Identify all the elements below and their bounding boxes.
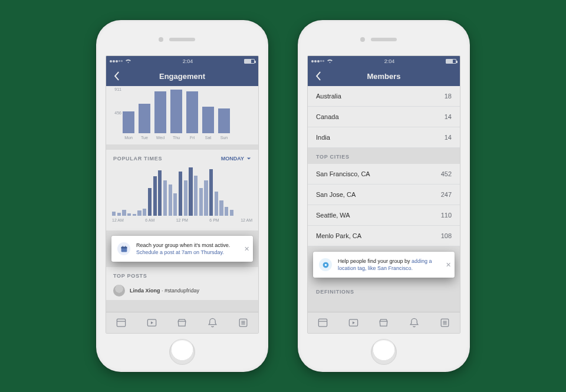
x-label: 6 AM (145, 218, 154, 222)
x-label: Mon (123, 136, 134, 140)
x-label: 12 AM (241, 218, 252, 222)
tab-watch[interactable] (144, 316, 159, 330)
bar (204, 180, 208, 216)
bar (173, 193, 177, 216)
bar (143, 209, 146, 216)
status-time: 2:04 (384, 58, 395, 64)
svg-rect-2 (122, 246, 123, 248)
home-button[interactable] (169, 339, 195, 365)
svg-rect-4 (117, 319, 126, 327)
status-time: 2:04 (183, 58, 193, 64)
tip-dismiss[interactable]: ✕ (446, 261, 451, 269)
list-row[interactable]: Australia18 (308, 86, 460, 107)
popular-times-header-row: POPULAR TIMES MONDAY (106, 150, 258, 167)
svg-rect-3 (125, 246, 126, 248)
list-row[interactable]: San Francisco, CA452 (308, 164, 460, 185)
tab-market[interactable] (377, 316, 391, 330)
phone-speaker (371, 38, 397, 41)
bar (137, 210, 141, 216)
phone-left: 2:04 Engagement 911 456 MonTueWedThuFriS… (96, 20, 268, 372)
row-label: Canada (316, 113, 339, 120)
back-button[interactable] (106, 71, 126, 81)
row-label: Menlo Park, CA (316, 232, 361, 239)
bar (123, 111, 134, 133)
tip-dismiss[interactable]: ✕ (244, 245, 249, 253)
list-row[interactable]: Seattle, WA110 (308, 205, 460, 226)
battery-icon (244, 59, 255, 64)
bar (218, 108, 230, 133)
tab-feed[interactable] (114, 316, 129, 330)
home-button[interactable] (371, 339, 397, 365)
bar (179, 172, 182, 216)
bar (154, 91, 166, 133)
bar (148, 188, 152, 216)
row-count: 452 (441, 170, 452, 177)
content-members: Australia18Canada14India14 TOP CITIES Sa… (308, 86, 460, 312)
bar (163, 180, 167, 216)
row-label: Seattle, WA (316, 212, 350, 219)
x-label: Sat (202, 136, 214, 140)
bar (133, 214, 136, 216)
status-bar: 2:04 (106, 56, 258, 66)
location-pin-icon (319, 258, 332, 271)
phone-speaker (169, 38, 195, 41)
bar (127, 213, 131, 216)
chart-bars (123, 90, 252, 133)
tip-add-location[interactable]: Help people find your group by adding a … (313, 252, 455, 278)
section-label: POPULAR TIMES (113, 156, 162, 162)
bar (230, 210, 233, 216)
screen-members: 2:04 Members Australia18Canada14India14 … (307, 55, 460, 334)
day-selector[interactable]: MONDAY (221, 156, 251, 162)
row-count: 18 (445, 93, 452, 100)
chart-x-labels: MonTueWedThuFriSatSun (123, 136, 252, 140)
tab-notifications[interactable] (206, 316, 220, 330)
list-row[interactable]: India14 (308, 127, 460, 148)
list-row[interactable]: Menlo Park, CA108 (308, 226, 460, 246)
signal-icon (110, 60, 123, 62)
bar (215, 192, 218, 216)
x-label: 12 AM (112, 218, 124, 222)
x-label: Thu (170, 136, 182, 140)
list-row[interactable]: Canada14 (308, 107, 460, 127)
nav-header: Engagement (106, 66, 258, 86)
row-count: 247 (441, 191, 452, 198)
x-label: 12 PM (176, 218, 188, 222)
back-button[interactable] (308, 71, 328, 81)
bar (219, 200, 223, 216)
bar (112, 212, 116, 216)
tab-watch[interactable] (346, 316, 360, 330)
row-label: India (316, 134, 330, 141)
svg-rect-1 (121, 246, 127, 248)
list-row[interactable]: San Jose, CA247 (308, 185, 460, 205)
tip-schedule-post[interactable]: Reach your group when it's most active. … (111, 236, 253, 262)
tab-feed[interactable] (316, 316, 330, 330)
bar (117, 213, 121, 216)
chart-y-axis: 911 456 (108, 87, 121, 134)
tip-text: Reach your group when it's most active. … (136, 242, 230, 256)
hourly-bars (112, 167, 252, 216)
popular-times-chart: 12 AM6 AM12 PM6 PM12 AM (106, 167, 258, 230)
tip-text: Help people find your group by adding a … (338, 258, 440, 272)
calendar-icon (117, 242, 130, 255)
cities-list: San Francisco, CA452San Jose, CA247Seatt… (308, 164, 460, 246)
bar (199, 188, 203, 216)
top-post-row[interactable]: Linda Xiong · #standupfriday (106, 282, 258, 300)
avatar (113, 285, 125, 297)
tab-menu[interactable] (236, 316, 250, 330)
bar (170, 90, 182, 133)
top-posts-header: TOP POSTS (106, 267, 258, 282)
tab-menu[interactable] (437, 316, 452, 330)
x-label: 6 PM (209, 218, 219, 222)
tab-bar (308, 312, 460, 333)
bar (225, 207, 228, 216)
wifi-icon (327, 58, 333, 64)
bar (139, 104, 150, 133)
weekly-engagement-chart: 911 456 MonTueWedThuFriSatSun (106, 86, 258, 144)
tab-market[interactable] (175, 316, 189, 330)
tab-notifications[interactable] (407, 316, 422, 330)
phone-camera (159, 37, 163, 42)
tab-bar (106, 312, 258, 333)
bar (209, 169, 213, 216)
svg-rect-13 (319, 319, 327, 327)
row-count: 110 (441, 212, 452, 219)
